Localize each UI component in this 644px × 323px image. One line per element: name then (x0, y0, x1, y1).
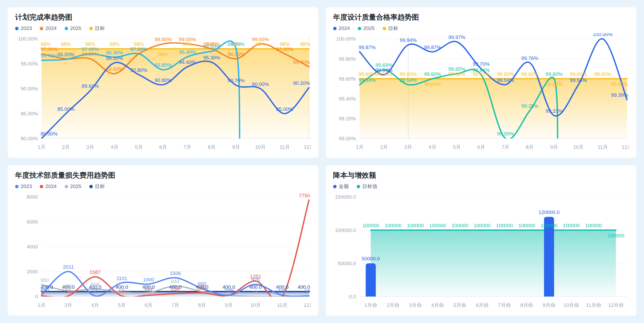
card-design-quality: 年度设计质量合格率趋势图 20242025目标 99.00%99.20%99.4… (325, 7, 637, 158)
svg-text:99.60%: 99.60% (546, 71, 563, 77)
svg-text:650: 650 (198, 281, 206, 287)
svg-text:99.00%: 99.00% (497, 131, 514, 137)
svg-text:95.90%: 95.90% (57, 52, 74, 58)
svg-text:100000: 100000 (563, 223, 580, 228)
svg-text:4月: 4月 (429, 144, 436, 150)
legend-item-2024[interactable]: 2024 (40, 184, 56, 189)
svg-text:9月: 9月 (225, 302, 233, 308)
svg-text:1000: 1000 (143, 277, 154, 282)
svg-text:99.70%: 99.70% (473, 62, 490, 67)
legend-label: 金额 (339, 183, 349, 190)
svg-text:99.00%: 99.00% (155, 37, 172, 42)
svg-text:90.70%: 90.70% (228, 78, 245, 84)
svg-text:98%: 98% (182, 42, 192, 47)
svg-text:5月: 5月 (453, 144, 461, 150)
legend-item-目标值[interactable]: 目标值 (357, 183, 377, 190)
svg-text:9月: 9月 (550, 144, 558, 150)
legend-label: 2025 (363, 25, 374, 31)
legend-item-2024[interactable]: 2024 (40, 25, 56, 31)
svg-text:98.00%: 98.00% (228, 42, 245, 47)
svg-text:1月: 1月 (356, 144, 364, 150)
plan-completion-chart[interactable]: 80.00%85.00%90.00%95.00%100.00%1月2月3月4月5… (15, 33, 311, 156)
legend-item-2025[interactable]: 2025 (358, 25, 374, 31)
svg-text:1月: 1月 (38, 144, 46, 150)
legend-label: 2025 (70, 184, 81, 189)
legend-item-2025[interactable]: 2025 (65, 184, 81, 189)
legend-label: 2023 (21, 184, 32, 189)
svg-text:85.00%: 85.00% (57, 106, 74, 112)
legend-dot (40, 185, 43, 188)
svg-text:100.00%: 100.00% (336, 36, 356, 42)
svg-text:950: 950 (41, 277, 49, 283)
svg-text:90.20%: 90.20% (293, 80, 310, 86)
svg-text:12月: 12月 (304, 144, 311, 150)
svg-text:99.00%: 99.00% (339, 136, 356, 141)
legend-item-目标[interactable]: 目标 (89, 183, 105, 190)
chart-canvas: 80.00%85.00%90.00%95.00%100.00%1月2月3月4月5… (15, 33, 311, 156)
svg-text:99.54%: 99.54% (570, 77, 587, 83)
card-quality-loss-cost: 年度技术部质量损失费用趋势图 202320242025目标 0200040006… (7, 165, 319, 316)
chart-title-plan-completion: 计划完成率趋势图 (15, 12, 311, 22)
chart-legend: 金额目标值 (333, 182, 629, 191)
svg-text:11月: 11月 (598, 144, 608, 150)
legend-dot (383, 27, 386, 30)
svg-text:100: 100 (224, 288, 233, 294)
svg-text:453: 453 (64, 283, 73, 289)
svg-text:150: 150 (41, 287, 49, 293)
svg-text:99.64%: 99.64% (473, 67, 490, 73)
svg-text:99.87%: 99.87% (424, 45, 441, 50)
svg-text:97.00%: 97.00% (41, 46, 58, 52)
svg-text:99.60%: 99.60% (424, 71, 441, 77)
svg-text:844: 844 (171, 279, 180, 284)
svg-text:95.30%: 95.30% (203, 55, 220, 60)
svg-text:8月: 8月 (526, 144, 534, 150)
quality-loss-cost-chart[interactable]: 020004000600080001月3月4月5月6月7月8月9月10月11月1… (15, 191, 311, 314)
svg-text:96.30%: 96.30% (106, 50, 123, 55)
chart-title-design-quality: 年度设计质量合格率趋势图 (333, 12, 629, 22)
svg-text:11月份: 11月份 (586, 302, 601, 308)
svg-text:100000: 100000 (541, 223, 557, 228)
svg-text:6月: 6月 (159, 144, 167, 150)
legend-item-2023[interactable]: 2023 (15, 25, 32, 31)
chart-canvas: 020004000600080001月3月4月5月6月7月8月9月10月11月1… (15, 191, 311, 314)
svg-text:99.76%: 99.76% (521, 55, 539, 61)
svg-text:95.70%: 95.70% (41, 53, 58, 59)
svg-text:98%: 98% (41, 42, 51, 47)
svg-text:96.40%: 96.40% (179, 50, 196, 55)
legend-item-金额[interactable]: 金额 (333, 183, 349, 190)
svg-text:97.50%: 97.50% (203, 44, 220, 50)
cost-reduction-chart[interactable]: 0.050000.0100000.0150000.01月份2月份3月份4月份5月… (333, 191, 629, 314)
svg-text:100.00%: 100.00% (18, 36, 38, 42)
legend-item-目标[interactable]: 目标 (89, 25, 105, 32)
design-quality-chart[interactable]: 99.00%99.20%99.40%99.60%99.80%100.00%1月2… (333, 33, 629, 156)
svg-text:96.00%: 96.00% (228, 51, 245, 57)
svg-text:99.28%: 99.28% (521, 103, 539, 109)
legend-dot (15, 27, 19, 30)
svg-text:97.00%: 97.00% (82, 46, 99, 52)
svg-text:98%: 98% (61, 42, 71, 47)
legend-item-目标[interactable]: 目标 (383, 25, 398, 32)
svg-text:93.00%: 93.00% (106, 66, 123, 72)
svg-text:1101: 1101 (116, 276, 127, 281)
svg-text:12月: 12月 (304, 302, 311, 308)
svg-text:8000: 8000 (27, 194, 38, 200)
legend-item-2025[interactable]: 2025 (65, 25, 81, 31)
svg-text:99.65%: 99.65% (448, 66, 466, 72)
svg-text:97.00%: 97.00% (130, 46, 148, 52)
legend-item-2023[interactable]: 2023 (15, 184, 32, 189)
legend-label: 2025 (70, 25, 81, 31)
svg-text:100000: 100000 (429, 223, 446, 228)
svg-text:99.60%: 99.60% (359, 71, 376, 77)
svg-text:1月份: 1月份 (364, 302, 377, 308)
svg-text:3月: 3月 (404, 144, 412, 150)
legend-item-2024[interactable]: 2024 (333, 25, 350, 31)
svg-text:9月份: 9月份 (542, 302, 555, 308)
svg-text:99.60%: 99.60% (521, 71, 539, 77)
svg-text:80.00%: 80.00% (21, 136, 38, 141)
svg-text:150000.0: 150000.0 (335, 194, 356, 200)
svg-text:11月: 11月 (280, 144, 290, 150)
svg-text:1月: 1月 (38, 302, 46, 308)
chart-legend: 202320242025目标 (15, 24, 311, 33)
svg-text:99.80%: 99.80% (339, 56, 356, 62)
svg-text:0: 0 (254, 289, 257, 295)
